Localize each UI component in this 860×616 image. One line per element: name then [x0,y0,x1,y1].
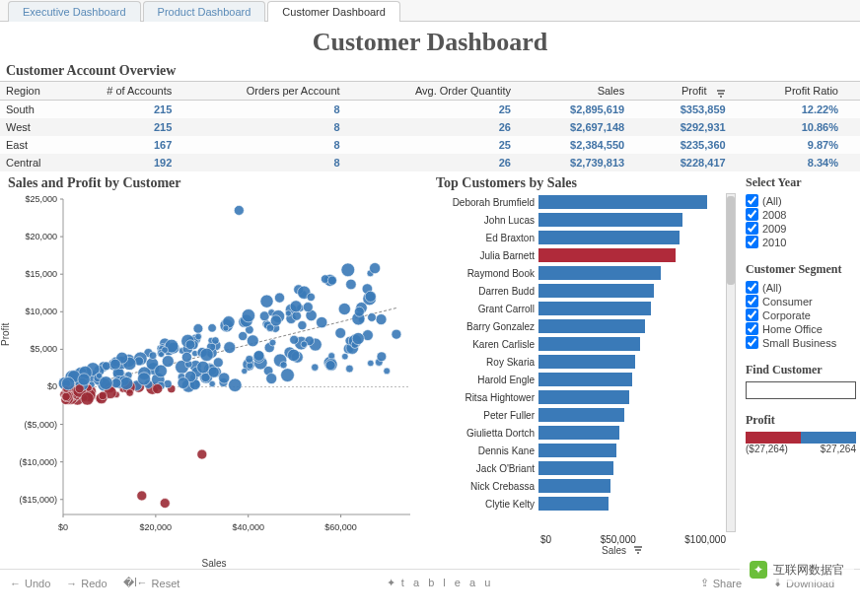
undo-icon: ← [10,578,21,589]
cell-opa: 8 [193,154,361,171]
bar-row[interactable]: Peter Fuller [430,406,726,424]
tab-customer[interactable]: Customer Dashboard [267,1,400,22]
checkbox[interactable] [746,281,758,294]
svg-point-270 [247,335,258,347]
bar-row[interactable]: Karen Carlisle [430,335,726,353]
bar-row[interactable]: Dennis Kane [430,442,726,459]
checkbox[interactable] [746,336,758,349]
svg-text:$15,000: $15,000 [25,269,57,279]
tab-product[interactable]: Product Dashboard [143,1,266,22]
table-row[interactable]: West215826$2,697,148$292,93110.86% [0,118,860,136]
undo-button[interactable]: ←Undo [10,578,50,589]
bar-row[interactable]: Grant Carroll [430,300,726,317]
scatter-xlabel: Sales [2,558,426,569]
checkbox[interactable] [746,295,758,308]
filter-year-title: Select Year [746,175,856,190]
th-region[interactable]: Region [0,82,65,101]
bar-row[interactable]: Roy Skaria [430,353,726,371]
th-sales[interactable]: Sales [533,82,646,101]
svg-point-231 [213,358,223,368]
bar-row[interactable]: Ritsa Hightower [430,388,726,406]
share-button[interactable]: ⇪Share [700,577,742,589]
th-accounts[interactable]: # of Accounts [65,82,193,101]
checkbox[interactable] [746,194,758,207]
bar-row[interactable]: Deborah Brumfield [430,193,726,211]
scrollbar[interactable] [726,193,736,532]
svg-point-290 [234,205,244,215]
bar-row[interactable]: Harold Engle [430,371,726,388]
th-aoq[interactable]: Avg. Order Quantity [362,82,533,101]
svg-point-45 [193,324,203,334]
bar-row[interactable]: Ed Braxton [430,229,726,246]
svg-point-246 [285,310,291,316]
bar-track [538,302,726,315]
cell-accounts: 192 [65,154,193,171]
bar-row[interactable]: Giulietta Dortch [430,424,726,442]
bar-track [538,444,726,457]
svg-point-256 [62,392,70,400]
segment-option[interactable]: Small Business [746,336,856,349]
svg-point-277 [155,365,168,377]
scatter-plot[interactable]: Profit $25,000$20,000$15,000$10,000$5,00… [2,193,416,558]
svg-point-258 [229,378,243,392]
svg-point-195 [346,279,357,290]
year-option[interactable]: (All) [746,194,856,207]
bar-label: Raymond Book [430,268,538,279]
bar-row[interactable]: Clytie Kelty [430,495,726,513]
svg-point-283 [100,376,113,390]
bar-track [538,284,726,298]
bar-row[interactable]: Darren Budd [430,282,726,300]
table-row[interactable]: Central192826$2,739,813$228,4178.34% [0,154,860,171]
checkbox[interactable] [746,322,758,335]
topcust-bars[interactable]: Deborah BrumfieldJohn LucasEd BraxtonJul… [430,193,726,532]
svg-point-254 [208,367,219,377]
sort-desc-icon [633,545,643,556]
redo-button[interactable]: →Redo [66,578,107,589]
reset-button[interactable]: �ⅼ←Reset [123,577,180,589]
year-option[interactable]: 2009 [746,222,856,235]
option-label: (All) [762,195,782,207]
bar-track [538,426,726,440]
tab-executive[interactable]: Executive Dashboard [8,1,141,22]
bar-label: Darren Budd [430,286,538,297]
segment-option[interactable]: Home Office [746,322,856,335]
cell-aoq: 26 [362,154,533,171]
th-ratio[interactable]: Profit Ratio [748,82,860,101]
svg-point-244 [200,348,213,361]
segment-option[interactable]: Corporate [746,308,856,321]
svg-point-250 [181,352,191,362]
table-row[interactable]: South215825$2,895,619$353,85912.22% [0,101,860,119]
bar-row[interactable]: Jack O'Briant [430,459,726,477]
table-row[interactable]: East167825$2,384,550$235,3609.87% [0,136,860,154]
bar-row[interactable]: John Lucas [430,211,726,229]
svg-point-289 [335,328,346,339]
checkbox[interactable] [746,208,758,221]
cell-region: East [0,136,65,154]
bar-row[interactable]: Nick Crebassa [430,477,726,495]
filter-profit-title: Profit [746,413,856,428]
svg-point-218 [137,373,150,385]
find-customer-input[interactable] [746,381,856,399]
bar-row[interactable]: Julia Barnett [430,246,726,264]
bar-row[interactable]: Raymond Book [430,264,726,282]
year-option[interactable]: 2008 [746,208,856,221]
bar-label: Peter Fuller [430,410,538,421]
cell-ratio: 12.22% [748,101,860,119]
bar-track [538,337,726,351]
svg-point-215 [384,368,391,375]
th-opa[interactable]: Orders per Account [193,82,361,101]
cell-opa: 8 [193,136,361,154]
checkbox[interactable] [746,308,758,321]
segment-option[interactable]: (All) [746,281,856,294]
bar-row[interactable]: Barry Gonzalez [430,317,726,335]
checkbox[interactable] [746,236,758,248]
year-option[interactable]: 2010 [746,236,856,248]
checkbox[interactable] [746,222,758,235]
svg-text:($10,000): ($10,000) [19,457,57,467]
svg-text:$20,000: $20,000 [25,232,57,241]
th-profit[interactable]: Profit [646,82,747,101]
filter-seg-title: Customer Segment [746,262,856,277]
tab-bar: Executive Dashboard Product Dashboard Cu… [0,0,860,22]
svg-text:$25,000: $25,000 [25,194,57,204]
segment-option[interactable]: Consumer [746,295,856,308]
